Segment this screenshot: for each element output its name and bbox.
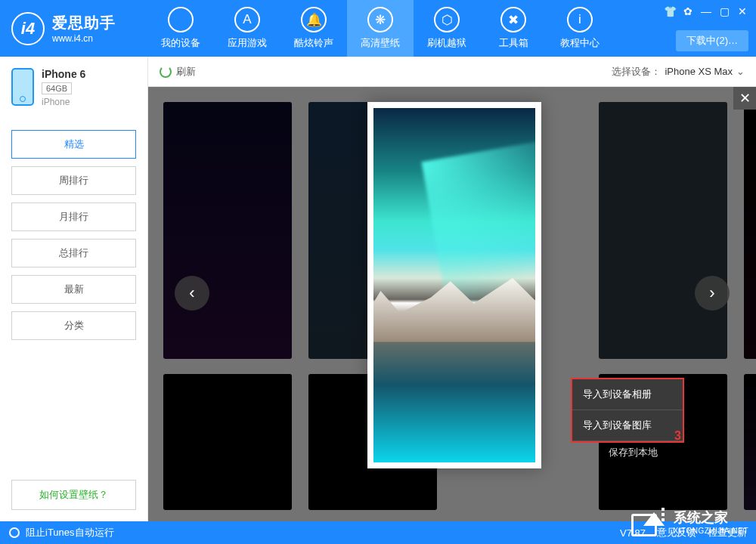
minimize-button[interactable]: — — [699, 5, 714, 18]
nav-0[interactable]: 我的设备 — [147, 0, 214, 57]
nav-icon: A — [234, 7, 260, 32]
side-tab-5[interactable]: 分类 — [11, 311, 136, 340]
refresh-icon — [160, 66, 172, 78]
nav-label: 酷炫铃声 — [294, 36, 333, 50]
nav-6[interactable]: i教程中心 — [547, 0, 613, 57]
nav-5[interactable]: ✖工具箱 — [480, 0, 547, 57]
help-link[interactable]: 如何设置壁纸？ — [11, 480, 136, 510]
side-tab-2[interactable]: 月排行 — [11, 202, 136, 231]
nav-label: 我的设备 — [161, 36, 200, 50]
nav-icon: ⬡ — [434, 7, 460, 32]
nav-icon: ✖ — [500, 7, 526, 32]
nav-4[interactable]: ⬡刷机越狱 — [414, 0, 480, 57]
check-update-link[interactable]: 检查更新 — [708, 526, 747, 539]
side-nav: 精选周排行月排行总排行最新分类 — [0, 119, 147, 351]
device-selector[interactable]: 选择设备： iPhone XS Max ⌄ — [612, 65, 745, 79]
refresh-label: 刷新 — [176, 65, 196, 79]
logo-icon: i4 — [11, 12, 45, 45]
radio-icon — [9, 527, 20, 538]
side-tab-4[interactable]: 最新 — [11, 275, 136, 304]
gear-icon[interactable]: ✿ — [680, 5, 696, 18]
close-preview-button[interactable]: ✕ — [733, 87, 756, 110]
logo[interactable]: i4 爱思助手 www.i4.cn — [0, 12, 147, 45]
import-to-gallery[interactable]: 导入到设备图库 — [572, 410, 683, 441]
logo-text: 爱思助手 www.i4.cn — [52, 13, 116, 44]
nav-icon — [168, 7, 194, 32]
phone-icon — [11, 68, 34, 106]
app-header: i4 爱思助手 www.i4.cn 我的设备A应用游戏🔔酷炫铃声❋高清壁纸⬡刷机… — [0, 0, 756, 57]
nav-label: 工具箱 — [499, 36, 528, 50]
nav-icon: i — [567, 7, 593, 32]
block-itunes-label: 阻止iTunes自动运行 — [26, 526, 114, 539]
device-info[interactable]: iPhone 6 64GB iPhone — [0, 57, 147, 119]
device-name: iPhone 6 — [42, 68, 85, 80]
nav-label: 高清壁纸 — [361, 36, 400, 50]
nav-label: 教程中心 — [560, 36, 600, 50]
chevron-down-icon: ⌄ — [736, 66, 745, 77]
wallpaper-gallery: ✕ ‹ › 导入到设备相册 导入到设备图库 3 保存到本地 — [148, 87, 756, 521]
nav-label: 应用游戏 — [228, 36, 267, 50]
window-controls: 👕 ✿ — ▢ ✕ — [662, 5, 750, 18]
main-panel: 刷新 选择设备： iPhone XS Max ⌄ — [147, 57, 756, 521]
toolbar: 刷新 选择设备： iPhone XS Max ⌄ — [148, 57, 756, 87]
device-type: iPhone — [42, 97, 85, 107]
import-to-album[interactable]: 导入到设备相册 — [572, 379, 683, 410]
nav-1[interactable]: A应用游戏 — [214, 0, 280, 57]
status-bar: 阻止iTunes自动运行 V7.87 意见反馈 检查更新 — [0, 521, 756, 544]
tshirt-icon[interactable]: 👕 — [662, 5, 677, 18]
feedback-link[interactable]: 意见反馈 — [657, 526, 696, 539]
next-arrow[interactable]: › — [695, 276, 730, 311]
nav-3[interactable]: ❋高清壁纸 — [347, 0, 414, 57]
save-local[interactable]: 保存到本地 — [609, 446, 658, 459]
downloading-button[interactable]: 下载中(2)… — [676, 30, 748, 51]
device-storage: 64GB — [42, 82, 72, 94]
context-menu: 导入到设备相册 导入到设备图库 3 — [571, 378, 684, 443]
maximize-button[interactable]: ▢ — [717, 5, 732, 18]
nav-label: 刷机越狱 — [427, 36, 466, 50]
prev-arrow[interactable]: ‹ — [175, 276, 209, 311]
nav-icon: 🔔 — [301, 7, 327, 32]
preview-image — [373, 108, 535, 462]
side-tab-1[interactable]: 周排行 — [11, 166, 136, 195]
nav-icon: ❋ — [367, 7, 393, 32]
close-button[interactable]: ✕ — [735, 5, 750, 18]
side-tab-3[interactable]: 总排行 — [11, 239, 136, 267]
nav-2[interactable]: 🔔酷炫铃声 — [280, 0, 347, 57]
select-label: 选择设备： — [612, 65, 661, 79]
refresh-button[interactable]: 刷新 — [160, 65, 196, 79]
wallpaper-preview[interactable] — [367, 102, 541, 468]
selected-device: iPhone XS Max — [665, 66, 733, 77]
block-itunes-toggle[interactable]: 阻止iTunes自动运行 — [9, 526, 114, 539]
side-tab-0[interactable]: 精选 — [11, 130, 136, 159]
sidebar: iPhone 6 64GB iPhone 精选周排行月排行总排行最新分类 如何设… — [0, 57, 147, 521]
version-label: V7.87 — [620, 527, 646, 539]
menu-badge: 3 — [674, 429, 681, 443]
